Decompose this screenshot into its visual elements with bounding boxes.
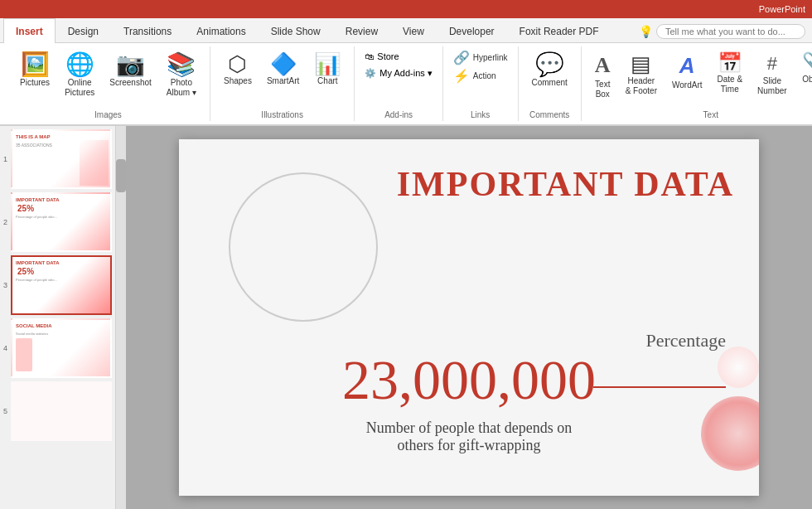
illustrations-group-label: Illustrations: [217, 110, 347, 121]
tab-insert[interactable]: Insert: [3, 18, 56, 43]
canvas-area: IMPORTANT DATA Percentage 23,000,000 Num…: [126, 126, 812, 509]
object-label: Object: [802, 75, 812, 85]
slide-thumb-1[interactable]: THIS IS A MAP 35 ASSOCIATIONS: [11, 129, 112, 189]
slide-thumb-4[interactable]: SOCIAL MEDIA Social media statistics: [11, 318, 112, 378]
datetime-button[interactable]: 📅 Date &Time: [711, 50, 750, 98]
tab-review[interactable]: Review: [333, 18, 390, 43]
slide-4-number: 4: [3, 344, 7, 352]
slide-number-button[interactable]: # SlideNumber: [751, 50, 794, 99]
slide-title[interactable]: IMPORTANT DATA: [397, 164, 734, 204]
tab-design[interactable]: Design: [56, 18, 111, 43]
shapes-label: Shapes: [224, 76, 252, 86]
ribbon-search-area: 💡: [639, 24, 805, 39]
slide-ornament: [684, 330, 759, 479]
thumb1-decor: [80, 140, 109, 186]
slide-description-line1: Number of people that depends on: [366, 419, 572, 436]
datetime-label: Date &Time: [718, 75, 743, 95]
screenshot-button[interactable]: 📷 Screenshot: [103, 50, 158, 91]
text-group-label: Text: [588, 110, 812, 121]
comment-label: Comment: [532, 78, 568, 88]
screenshot-icon: 📷: [116, 53, 145, 76]
tab-slideshow[interactable]: Slide Show: [259, 18, 333, 43]
slide-2-number: 2: [3, 218, 7, 226]
online-pictures-icon: 🌐: [65, 53, 94, 76]
illustrations-items: ⬡ Shapes 🔷 SmartArt 📊 Chart: [217, 46, 347, 110]
comment-button[interactable]: 💬 Comment: [525, 50, 574, 91]
slide-big-number[interactable]: 23,000,000: [342, 347, 596, 413]
chart-label: Chart: [317, 76, 337, 86]
header-footer-icon: ▤: [631, 53, 651, 75]
tab-foxitpdf[interactable]: Foxit Reader PDF: [507, 18, 611, 43]
wordart-label: WordArt: [672, 80, 703, 90]
comments-group-label: Comments: [525, 110, 574, 121]
slide-thumb-3[interactable]: IMPORTANT DATA 25% Percentage of people …: [11, 255, 112, 315]
title-bar-text: PowerPoint: [759, 4, 805, 14]
links-group-label: Links: [450, 110, 511, 121]
wordart-button[interactable]: A WordArt: [665, 50, 709, 94]
slide-number-label: SlideNumber: [757, 76, 787, 96]
slide-3-number: 3: [3, 281, 7, 289]
object-button[interactable]: 📎 Object: [795, 50, 812, 88]
ribbon-group-comments: 💬 Comment Comments: [519, 46, 582, 121]
header-footer-label: Header& Footer: [626, 76, 657, 96]
panel-scrollbar-thumb[interactable]: [116, 159, 126, 192]
links-items: 🔗 Hyperlink ⚡ Action: [450, 46, 511, 110]
online-pictures-button[interactable]: 🌐 OnlinePictures: [58, 50, 101, 101]
store-label: Store: [377, 51, 399, 61]
comment-icon: 💬: [535, 53, 564, 76]
tab-animations[interactable]: Animations: [184, 18, 258, 43]
thumb4-img: [16, 338, 32, 371]
photo-album-button[interactable]: 📚 PhotoAlbum ▾: [160, 50, 203, 101]
myadd-ins-button[interactable]: ⚙️ My Add-ins ▾: [361, 66, 435, 80]
slide-description[interactable]: Number of people that depends on others …: [366, 419, 572, 454]
tab-developer[interactable]: Developer: [437, 18, 507, 43]
pictures-label: Pictures: [20, 78, 50, 88]
tab-transitions[interactable]: Transitions: [111, 18, 184, 43]
thumb2-label: IMPORTANT DATA: [14, 196, 109, 204]
chart-button[interactable]: 📊 Chart: [307, 50, 347, 90]
shapes-icon: ⬡: [228, 53, 247, 75]
pictures-icon: 🖼️: [21, 53, 50, 76]
header-footer-button[interactable]: ▤ Header& Footer: [619, 50, 664, 99]
slide-number-icon: #: [767, 53, 777, 75]
images-items: 🖼️ Pictures 🌐 OnlinePictures 📷 Screensho…: [13, 46, 203, 110]
slide-thumb-2[interactable]: IMPORTANT DATA 25% Percentage of people …: [11, 192, 112, 252]
panel-scrollbar[interactable]: [116, 126, 126, 509]
title-bar: PowerPoint: [0, 0, 812, 18]
online-pictures-label: OnlinePictures: [65, 78, 94, 98]
ribbon-tabs: Insert Design Transitions Animations Sli…: [0, 18, 812, 43]
textbox-label: TextBox: [595, 80, 610, 99]
slide-thumb-5[interactable]: [11, 381, 112, 441]
store-icon: 🛍: [365, 51, 374, 61]
store-button[interactable]: 🛍 Store: [361, 50, 402, 63]
tab-view[interactable]: View: [390, 18, 437, 43]
chart-icon: 📊: [314, 53, 341, 75]
thumb2-number: 25%: [14, 204, 109, 213]
smartart-button[interactable]: 🔷 SmartArt: [260, 50, 306, 90]
myadd-label: My Add-ins ▾: [379, 68, 432, 79]
comments-items: 💬 Comment: [525, 46, 574, 110]
smartart-icon: 🔷: [270, 53, 297, 75]
text-items: A TextBox ▤ Header& Footer A WordArt 📅 D…: [588, 46, 812, 110]
hyperlink-button[interactable]: 🔗 Hyperlink: [450, 50, 511, 66]
thumb5-label: [14, 385, 109, 388]
slide-panel[interactable]: 1 THIS IS A MAP 35 ASSOCIATIONS 2 IMPORT…: [0, 126, 116, 509]
hyperlink-label: Hyperlink: [473, 53, 508, 63]
textbox-button[interactable]: A TextBox: [588, 50, 617, 103]
pictures-button[interactable]: 🖼️ Pictures: [13, 50, 56, 91]
datetime-icon: 📅: [718, 53, 742, 73]
slide-canvas: IMPORTANT DATA Percentage 23,000,000 Num…: [179, 139, 759, 496]
hyperlink-icon: 🔗: [453, 51, 470, 65]
slide-5-number: 5: [3, 407, 7, 415]
action-button[interactable]: ⚡ Action: [450, 68, 500, 85]
ribbon-group-links: 🔗 Hyperlink ⚡ Action Links: [443, 46, 519, 121]
ribbon-group-text: A TextBox ▤ Header& Footer A WordArt 📅 D…: [582, 46, 812, 121]
addins-items: 🛍 Store ⚙️ My Add-ins ▾: [361, 46, 435, 110]
search-input[interactable]: [656, 24, 805, 39]
shapes-button[interactable]: ⬡ Shapes: [217, 50, 259, 90]
wordart-icon: A: [679, 53, 695, 79]
myadd-icon: ⚙️: [365, 68, 376, 79]
slide-description-line2: others for gift-wrapping: [398, 437, 541, 453]
photo-album-label: PhotoAlbum ▾: [167, 78, 196, 98]
addins-group-label: Add-ins: [361, 110, 435, 121]
